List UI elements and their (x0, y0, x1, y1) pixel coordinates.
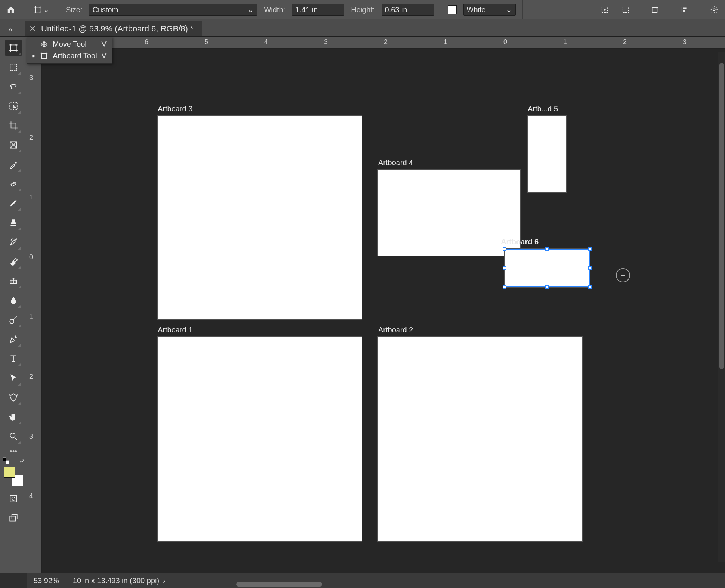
flyout-item-artboard[interactable]: ■ Artboard Tool V (27, 50, 112, 62)
hand-tool[interactable] (5, 409, 22, 425)
transform-handle[interactable] (503, 266, 506, 270)
blur-tool[interactable] (5, 292, 22, 309)
document-canvas[interactable]: Artboard 3Artboard 4Artb...d 5Artboard 6… (42, 49, 725, 573)
transform-handle[interactable] (588, 266, 592, 270)
ruler-tick: 4 (264, 38, 268, 46)
artboard-label[interactable]: Artboard 1 (158, 326, 192, 334)
ruler-vertical[interactable]: 32101234 (27, 49, 42, 573)
default-colors-icon[interactable] (3, 457, 9, 464)
artboard-fill-dropdown[interactable]: White ⌄ (463, 4, 516, 16)
expand-panels-icon[interactable]: » (4, 23, 17, 36)
ruler-tick: 1 (29, 313, 33, 321)
transform-handle[interactable] (545, 247, 549, 251)
separator (59, 0, 59, 19)
height-value: 0.63 in (385, 6, 407, 14)
gear-icon[interactable] (708, 3, 721, 16)
marquee-tool[interactable] (5, 59, 22, 75)
artboard[interactable] (158, 116, 362, 319)
fill-label: White (467, 6, 486, 14)
size-dropdown[interactable]: Custom ⌄ (89, 4, 257, 16)
artboard[interactable] (158, 337, 362, 541)
foreground-color-swatch[interactable] (4, 467, 15, 478)
artboard-tool[interactable] (5, 40, 22, 56)
transform-handle[interactable] (588, 247, 592, 251)
artboard-label[interactable]: Artb...d 5 (528, 105, 558, 113)
zoom-level[interactable]: 53.92% (27, 576, 66, 585)
flyout-item-label: Move Tool (53, 40, 87, 49)
history-brush-tool[interactable] (5, 234, 22, 250)
zoom-value: 53.92% (34, 576, 59, 585)
scrollbar-thumb[interactable] (236, 582, 322, 587)
ruler-tick: 2 (29, 134, 33, 142)
svg-point-36 (10, 319, 14, 324)
artboard-label[interactable]: Artboard 6 (501, 238, 539, 246)
ruler-tick: 3 (683, 38, 687, 46)
add-artboard-button[interactable]: + (616, 268, 630, 282)
transform-handle[interactable] (503, 247, 506, 251)
separator (522, 0, 523, 19)
width-input[interactable]: 1.41 in (292, 4, 344, 16)
shape-tool[interactable] (5, 389, 22, 406)
artboard[interactable] (378, 170, 520, 256)
type-tool[interactable] (5, 350, 22, 367)
path-selection-tool[interactable] (5, 370, 22, 386)
horizontal-scrollbar[interactable] (139, 582, 710, 587)
svg-rect-41 (10, 516, 15, 521)
ruler-tick: 1 (444, 38, 447, 46)
ruler-tick: 1 (29, 194, 33, 201)
flyout-item-move[interactable]: Move Tool V (27, 38, 112, 50)
eyedropper-tool[interactable] (5, 156, 22, 173)
document-tab[interactable]: ✕ Untitled-1 @ 53.9% (Artboard 6, RGB/8)… (25, 21, 202, 36)
ruler-tick: 2 (29, 373, 33, 381)
width-value: 1.41 in (295, 6, 318, 14)
artboard-label[interactable]: Artboard 2 (378, 326, 413, 334)
transform-handle[interactable] (503, 285, 506, 289)
zoom-tool[interactable] (5, 428, 22, 445)
swap-colors-icon[interactable]: ⤾ (19, 457, 24, 464)
ruler-tick: 3 (29, 433, 33, 440)
ruler-tick: 2 (384, 38, 388, 46)
stamp-tool[interactable] (5, 214, 22, 231)
align-icon[interactable] (678, 3, 691, 16)
transform-handle[interactable] (545, 285, 549, 289)
object-selection-tool[interactable] (5, 98, 22, 114)
ruler-tick: 4 (29, 492, 33, 500)
vertical-scrollbar[interactable] (718, 52, 725, 562)
frame-tool[interactable] (5, 137, 22, 153)
more-tools-icon[interactable]: ••• (10, 446, 17, 457)
quick-mask-icon[interactable] (5, 490, 22, 507)
artboard[interactable] (528, 116, 566, 192)
artboard[interactable] (378, 337, 582, 541)
gradient-tool[interactable] (5, 273, 22, 289)
color-swatches[interactable] (4, 467, 23, 486)
app-root: ⌄ Size: Custom ⌄ Width: 1.41 in Height: … (0, 0, 725, 588)
eraser-tool[interactable] (5, 253, 22, 270)
artboard-label[interactable]: Artboard 3 (158, 105, 192, 113)
artboard-preset-icon[interactable]: ⌄ (31, 3, 52, 16)
transform-handle[interactable] (588, 285, 592, 289)
size-value: Custom (92, 6, 118, 14)
home-icon[interactable] (4, 3, 17, 16)
pen-tool[interactable] (5, 331, 22, 347)
artboard-fill-swatch[interactable] (448, 5, 457, 14)
scrollbar-thumb[interactable] (719, 63, 724, 369)
ruler-horizontal[interactable]: 6543210123 (42, 37, 725, 49)
lasso-tool[interactable] (5, 78, 22, 95)
dodge-tool[interactable] (5, 312, 22, 328)
svg-point-15 (713, 9, 715, 11)
document-tab-bar: » ✕ Untitled-1 @ 53.9% (Artboard 6, RGB/… (0, 19, 725, 37)
separator (441, 0, 441, 19)
close-icon[interactable]: ✕ (29, 25, 36, 32)
artboard-label[interactable]: Artboard 4 (378, 158, 413, 167)
brush-tool[interactable] (5, 195, 22, 211)
crop-tool[interactable] (5, 117, 22, 134)
artboard-new-icon[interactable] (649, 3, 661, 16)
artboard-crop-icon[interactable] (598, 3, 611, 16)
ruler-tick: 0 (29, 253, 33, 261)
healing-brush-tool[interactable] (5, 176, 22, 192)
screen-mode-icon[interactable] (5, 510, 22, 526)
document-tab-title: Untitled-1 @ 53.9% (Artboard 6, RGB/8) * (41, 24, 194, 34)
artboard-constrain-icon[interactable] (619, 3, 632, 16)
height-input[interactable]: 0.63 in (382, 4, 434, 16)
flyout-item-shortcut: V (102, 40, 107, 49)
